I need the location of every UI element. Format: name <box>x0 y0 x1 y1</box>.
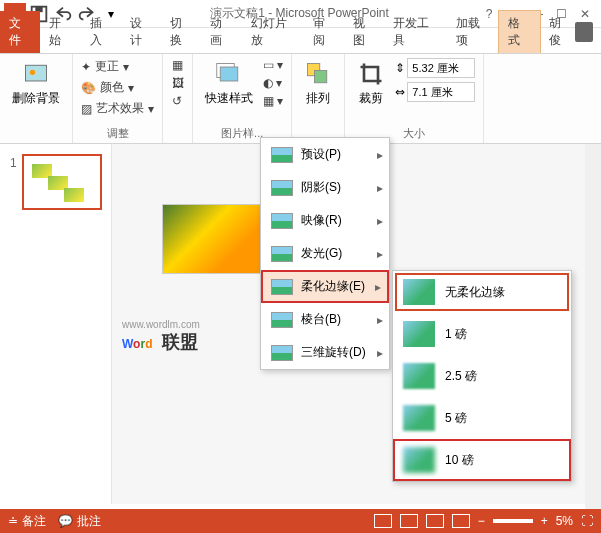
effects-menu-item[interactable]: 柔化边缘(E)▸ <box>261 270 389 303</box>
picture-effects-menu: 预设(P)▸阴影(S)▸映像(R)▸发光(G)▸柔化边缘(E)▸棱台(B)▸三维… <box>260 137 390 370</box>
soft-edge-option[interactable]: 无柔化边缘 <box>393 271 571 313</box>
reading-view-icon[interactable] <box>426 514 444 528</box>
soft-edge-option[interactable]: 2.5 磅 <box>393 355 571 397</box>
effects-menu-item[interactable]: 映像(R)▸ <box>261 204 389 237</box>
width-row: ⇔ <box>395 82 475 102</box>
zoom-out-icon[interactable]: − <box>478 514 485 528</box>
effects-menu-item[interactable]: 棱台(B)▸ <box>261 303 389 336</box>
menu-item-icon <box>271 345 293 361</box>
reset-icon[interactable]: ↺ <box>172 94 184 108</box>
crop-button[interactable]: 裁剪 <box>353 58 389 109</box>
vertical-scrollbar[interactable] <box>585 144 601 509</box>
group-adjust-extra: ▦ 🖼 ↺ <box>163 54 193 143</box>
arrange-button[interactable]: 排列 <box>300 58 336 109</box>
effects-menu-item[interactable]: 预设(P)▸ <box>261 138 389 171</box>
chevron-right-icon: ▸ <box>377 313 383 327</box>
group-arrange: 排列 <box>292 54 345 143</box>
picture-styles-label: 图片样... <box>221 126 263 141</box>
soft-edge-swatch <box>403 363 435 389</box>
soft-edge-option[interactable]: 5 磅 <box>393 397 571 439</box>
corrections-button[interactable]: ✦ 更正 ▾ <box>81 58 154 75</box>
normal-view-icon[interactable] <box>374 514 392 528</box>
effects-menu-item[interactable]: 阴影(S)▸ <box>261 171 389 204</box>
picture-effects-icon[interactable]: ◐ ▾ <box>263 76 283 90</box>
height-row: ⇕ <box>395 58 475 78</box>
slideshow-view-icon[interactable] <box>452 514 470 528</box>
soft-edge-swatch <box>403 279 435 305</box>
height-icon: ⇕ <box>395 61 405 75</box>
chevron-right-icon: ▸ <box>375 280 381 294</box>
adjust-group-label: 调整 <box>107 126 129 141</box>
tab-切换[interactable]: 切换 <box>161 11 201 53</box>
thumb-image-icon <box>64 188 84 202</box>
zoom-level: 5% <box>556 514 573 528</box>
height-input[interactable] <box>407 58 475 78</box>
slide-number: 1 <box>10 156 17 170</box>
slide-thumbnails: 1 <box>0 144 112 504</box>
color-button[interactable]: 🎨 颜色 ▾ <box>81 79 154 96</box>
size-group-label: 大小 <box>403 126 425 141</box>
sorter-view-icon[interactable] <box>400 514 418 528</box>
group-picture-styles: 快速样式 ▭ ▾ ◐ ▾ ▦ ▾ 图片样... <box>193 54 292 143</box>
avatar-icon <box>575 22 593 42</box>
tab-设计[interactable]: 设计 <box>121 11 161 53</box>
soft-edge-swatch <box>403 447 435 473</box>
soft-edge-swatch <box>403 321 435 347</box>
tab-插入[interactable]: 插入 <box>81 11 121 53</box>
menu-item-icon <box>271 279 293 295</box>
svg-rect-9 <box>315 71 327 83</box>
tab-幻灯片放[interactable]: 幻灯片放 <box>242 11 304 53</box>
svg-rect-7 <box>220 67 238 81</box>
ribbon: 删除背景 ✦ 更正 ▾ 🎨 颜色 ▾ ▨ 艺术效果 ▾ 调整 ▦ 🖼 ↺ 快速样… <box>0 54 601 144</box>
menu-item-icon <box>271 147 293 163</box>
artistic-button[interactable]: ▨ 艺术效果 ▾ <box>81 100 154 117</box>
chevron-right-icon: ▸ <box>377 346 383 360</box>
soft-edge-option[interactable]: 1 磅 <box>393 313 571 355</box>
change-picture-icon[interactable]: 🖼 <box>172 76 184 90</box>
width-input[interactable] <box>407 82 475 102</box>
selected-image[interactable] <box>162 204 267 274</box>
remove-background-label: 删除背景 <box>12 90 60 107</box>
quick-styles-button[interactable]: 快速样式 <box>201 58 257 109</box>
picture-layout-icon[interactable]: ▦ ▾ <box>263 94 283 108</box>
tab-审阅[interactable]: 审阅 <box>304 11 344 53</box>
soft-edge-option[interactable]: 10 磅 <box>393 439 571 481</box>
notes-button[interactable]: ≐ 备注 <box>8 513 46 530</box>
tab-开始[interactable]: 开始 <box>40 11 80 53</box>
watermark: www.wordlm.com Word 联盟 <box>122 319 200 354</box>
chevron-right-icon: ▸ <box>377 148 383 162</box>
menu-item-icon <box>271 312 293 328</box>
soft-edges-submenu: 无柔化边缘1 磅2.5 磅5 磅10 磅 <box>392 270 572 482</box>
slide-thumbnail-1[interactable]: 1 <box>22 154 102 210</box>
group-remove-background: 删除背景 <box>0 54 73 143</box>
menu-item-icon <box>271 180 293 196</box>
status-bar: ≐ 备注 💬 批注 − + 5% ⛶ <box>0 509 601 533</box>
soft-edge-swatch <box>403 405 435 431</box>
svg-rect-4 <box>26 65 47 81</box>
zoom-in-icon[interactable]: + <box>541 514 548 528</box>
tab-开发工具[interactable]: 开发工具 <box>384 11 446 53</box>
compress-icon[interactable]: ▦ <box>172 58 184 72</box>
remove-background-button[interactable]: 删除背景 <box>8 58 64 109</box>
tab-format[interactable]: 格式 <box>498 10 540 53</box>
fit-view-icon[interactable]: ⛶ <box>581 514 593 528</box>
effects-menu-item[interactable]: 发光(G)▸ <box>261 237 389 270</box>
tab-加载项[interactable]: 加载项 <box>447 11 498 53</box>
tab-动画[interactable]: 动画 <box>201 11 241 53</box>
group-adjust: ✦ 更正 ▾ 🎨 颜色 ▾ ▨ 艺术效果 ▾ 调整 <box>73 54 163 143</box>
group-size: 裁剪 ⇕ ⇔ 大小 <box>345 54 484 143</box>
svg-point-5 <box>30 70 35 75</box>
chevron-right-icon: ▸ <box>377 247 383 261</box>
comments-button[interactable]: 💬 批注 <box>58 513 101 530</box>
tab-file[interactable]: 文件 <box>0 11 40 53</box>
menu-item-icon <box>271 246 293 262</box>
menu-item-icon <box>271 213 293 229</box>
width-icon: ⇔ <box>395 85 405 99</box>
chevron-right-icon: ▸ <box>377 181 383 195</box>
tab-视图[interactable]: 视图 <box>344 11 384 53</box>
picture-border-icon[interactable]: ▭ ▾ <box>263 58 283 72</box>
ribbon-tabs: 文件 开始插入设计切换动画幻灯片放审阅视图开发工具加载项 格式 胡俊 <box>0 28 601 54</box>
user-account[interactable]: 胡俊 <box>541 11 601 53</box>
zoom-slider[interactable] <box>493 519 533 523</box>
effects-menu-item[interactable]: 三维旋转(D)▸ <box>261 336 389 369</box>
